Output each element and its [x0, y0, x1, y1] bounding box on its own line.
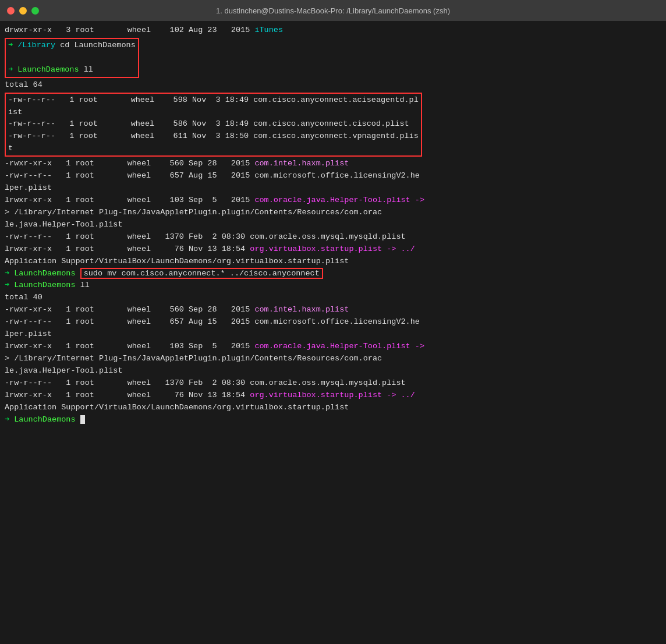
terminal-line: -rwxr-xr-x 1 root wheel 560 Sep 28 2015 … [5, 158, 661, 170]
cursor [80, 415, 85, 424]
close-button[interactable] [7, 7, 15, 15]
terminal-line: total 64 [5, 79, 661, 91]
terminal-line: -rwxr-xr-x 1 root wheel 560 Sep 28 2015 … [5, 304, 661, 316]
terminal-line: lper.plist [5, 328, 661, 341]
terminal-line: -rw-r--r-- 1 root wheel 657 Aug 15 2015 … [5, 170, 661, 182]
terminal-line: Application Support/VirtualBox/LaunchDae… [5, 256, 661, 268]
prompt-line-1: ➜ /Library cd LaunchDaemons [8, 40, 136, 52]
maximize-button[interactable] [31, 7, 39, 15]
terminal-line: le.java.Helper-Tool.plist [5, 365, 661, 377]
terminal-line: lrwxr-xr-x 1 root wheel 76 Nov 13 18:54 … [5, 243, 661, 256]
terminal-line: total 40 [5, 292, 661, 304]
terminal-line: -rw-r--r-- 1 root wheel 1370 Feb 2 08:30… [5, 231, 661, 243]
final-prompt-line: ➜ LaunchDaemons [5, 414, 661, 426]
cisco-line-2: -rw-r--r-- 1 root wheel 586 Nov 3 18:49 … [8, 118, 419, 130]
terminal-line: > /Library/Internet Plug-Ins/JavaAppletP… [5, 353, 661, 365]
terminal-line: lrwxr-xr-x 1 root wheel 103 Sep 5 2015 c… [5, 194, 661, 207]
title-bar: 1. dustinchen@Dustins-MacBook-Pro: /Libr… [0, 0, 666, 21]
terminal-line: lrwxr-xr-x 1 root wheel 103 Sep 5 2015 c… [5, 341, 661, 353]
sudo-line: ➜ LaunchDaemons sudo mv com.cisco.anycon… [5, 268, 661, 280]
terminal-body: drwxr-xr-x 3 root wheel 102 Aug 23 2015 … [0, 21, 666, 430]
minimize-button[interactable] [19, 7, 27, 15]
terminal-line: Application Support/VirtualBox/LaunchDae… [5, 402, 661, 414]
terminal-line: lper.plist [5, 182, 661, 194]
terminal-line: le.java.Helper-Tool.plist [5, 219, 661, 231]
cisco-line-1: -rw-r--r-- 1 root wheel 598 Nov 3 18:49 … [8, 94, 419, 107]
terminal-line: -rw-r--r-- 1 root wheel 657 Aug 15 2015 … [5, 316, 661, 328]
window-title: 1. dustinchen@Dustins-MacBook-Pro: /Libr… [216, 6, 450, 15]
terminal-line: lrwxr-xr-x 1 root wheel 76 Nov 13 18:54 … [5, 390, 661, 402]
terminal-line: > /Library/Internet Plug-Ins/JavaAppletP… [5, 207, 661, 219]
terminal-line: -rw-r--r-- 1 root wheel 1370 Feb 2 08:30… [5, 377, 661, 390]
cisco-line-3: -rw-r--r-- 1 root wheel 611 Nov 3 18:50 … [8, 130, 419, 143]
cisco-line-cont: ist [8, 107, 419, 119]
prompt-line-2: ➜ LaunchDaemons ll [8, 64, 136, 76]
terminal-line: drwxr-xr-x 3 root wheel 102 Aug 23 2015 … [5, 24, 661, 37]
cisco-line-3-cont: t [8, 143, 419, 155]
terminal-line: ➜ LaunchDaemons ll [5, 279, 661, 292]
